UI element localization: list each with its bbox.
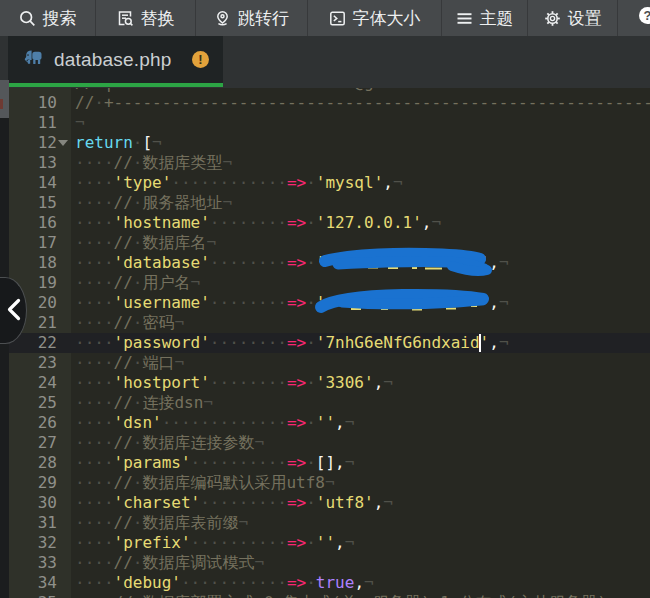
code-line-text: ····//·数据库连接参数¬: [71, 433, 650, 453]
warning-badge[interactable]: !: [192, 51, 209, 68]
code-token-inv: ¬: [431, 213, 441, 232]
fold-arrow-icon[interactable]: [58, 140, 68, 146]
code-line[interactable]: 30····'charset'·········=>·'utf8',¬: [0, 493, 650, 513]
code-line[interactable]: 31····//·数据库表前缀¬: [0, 513, 650, 533]
line-number: 14: [0, 173, 71, 193]
code-token-plain: [],: [316, 453, 345, 472]
toolbar-button-settings[interactable]: 设置: [528, 0, 618, 36]
toolbar-button-goto-line[interactable]: 跳转行: [196, 0, 308, 36]
code-token-inv: ·: [94, 93, 104, 112]
code-token-str: 'mysql': [316, 173, 383, 192]
line-number: 24: [0, 373, 71, 393]
code-token-str: ': [480, 333, 490, 352]
code-token-str: 'charset': [114, 493, 201, 512]
code-token-com: //: [114, 273, 133, 292]
code-line[interactable]: 25····//·连接dsn¬: [0, 393, 650, 413]
code-line[interactable]: 11¬: [0, 113, 650, 133]
code-line[interactable]: 10//·+----------------------------------…: [0, 93, 650, 113]
code-token-inv: ····: [75, 373, 114, 392]
code-line[interactable]: 23····//·端口¬: [0, 353, 650, 373]
code-line[interactable]: 26····'dsn'·············=>·'',¬: [0, 413, 650, 433]
code-token-inv: ····: [75, 413, 114, 432]
code-token-op: =>: [287, 493, 306, 512]
code-line[interactable]: 35····//·数据库部署方式:0·集中式(单一服务器),1·分布式(主从服务…: [0, 593, 650, 598]
line-number: 30: [0, 493, 71, 513]
code-token-inv: ·: [133, 473, 143, 492]
code-token-inv: ····: [75, 533, 114, 552]
toolbar-help-area: ?: [618, 0, 650, 36]
code-token-op: =>: [287, 373, 306, 392]
code-line-text: ····'prefix'··········=>·'',¬: [71, 533, 650, 553]
code-token-inv: ¬: [203, 393, 213, 412]
tab-label: database.php: [54, 49, 172, 71]
code-token-com: 分布式(主从服务器): [460, 593, 607, 598]
code-token-inv: ¬: [607, 593, 617, 598]
code-token-inv: ····: [75, 173, 114, 192]
code-token-inv: ¬: [345, 533, 355, 552]
code-token-com: 数据库调试模式: [142, 553, 254, 572]
code-line[interactable]: 14····'type'············=>·'mysql',¬: [0, 173, 650, 193]
code-token-inv: ····: [75, 473, 114, 492]
code-token-plain: ,: [335, 533, 345, 552]
code-token-com: //: [114, 593, 133, 598]
code-token-inv: ········: [210, 253, 287, 272]
code-line[interactable]: 24····'hostport'········=>·'3306',¬: [0, 373, 650, 393]
toolbar-button-font-size[interactable]: 字体大小: [308, 0, 442, 36]
map-pin-icon: [214, 10, 231, 27]
code-line[interactable]: 28····'params'··········=>·[],¬: [0, 453, 650, 473]
code-editor[interactable]: 9// | Author: liu21st <liu21st@gmail.com…: [0, 88, 650, 598]
code-token-str: '3306': [316, 373, 374, 392]
chevron-left-icon: [0, 330, 27, 349]
code-line[interactable]: 27····//·数据库连接参数¬: [0, 433, 650, 453]
code-token-inv: ····: [75, 253, 114, 272]
search-icon: [19, 10, 36, 27]
tab-database-php[interactable]: database.php !: [8, 36, 223, 83]
code-line[interactable]: 13····//·数据库类型¬: [0, 153, 650, 173]
code-token-inv: ····: [75, 573, 114, 592]
code-line[interactable]: 16····'hostname'········=>·'127.0.0.1',¬: [0, 213, 650, 233]
line-number: 31: [0, 513, 71, 533]
code-line[interactable]: 15····//·服务器地址¬: [0, 193, 650, 213]
code-token-inv: ¬: [254, 553, 264, 572]
code-line[interactable]: 22····'password'········=>·'7nhG6eNfG6nd…: [0, 333, 650, 353]
code-token-inv: ·: [306, 173, 316, 192]
code-line[interactable]: 32····'prefix'··········=>·'',¬: [0, 533, 650, 553]
toolbar-button-replace[interactable]: 替换: [96, 0, 196, 36]
code-token-inv: ¬: [152, 133, 162, 152]
code-token-com: //: [114, 193, 133, 212]
code-token-inv: ····: [75, 393, 114, 412]
code-token-inv: ····: [75, 213, 114, 232]
code-token-com: //: [114, 473, 133, 492]
drawer-handle[interactable]: [0, 277, 27, 344]
code-token-inv: ·: [133, 313, 143, 332]
code-token-inv: ¬: [206, 233, 216, 252]
code-token-com: 连接dsn: [142, 393, 203, 412]
toolbar-button-search[interactable]: 搜索: [0, 0, 96, 36]
code-line-text: ····'type'············=>·'mysql',¬: [71, 173, 650, 193]
code-token-op: =>: [287, 293, 306, 312]
code-token-inv: ¬: [345, 413, 355, 432]
code-token-inv: ¬: [460, 88, 470, 92]
toolbar-button-label: 搜索: [43, 7, 77, 30]
toolbar-button-theme[interactable]: 主题: [442, 0, 528, 36]
php-elephant-icon: [22, 49, 43, 70]
code-line[interactable]: 33····//·数据库调试模式¬: [0, 553, 650, 573]
code-token-str: 'hostname': [114, 213, 210, 232]
code-token-str: 'params': [114, 453, 191, 472]
code-token-inv: ····: [75, 233, 114, 252]
code-line[interactable]: 34····'debug'···········=>·true,¬: [0, 573, 650, 593]
code-token-inv: ·: [306, 413, 316, 432]
code-token-inv: ·: [306, 573, 316, 592]
code-token-inv: ····: [75, 193, 114, 212]
line-number: 15: [0, 193, 71, 213]
code-token-inv: ¬: [325, 473, 335, 492]
code-token-com: 端口: [142, 353, 174, 372]
help-button[interactable]: ?: [639, 7, 650, 24]
code-line[interactable]: 12return·[¬: [0, 133, 650, 153]
code-token-inv: ····: [75, 313, 114, 332]
line-number: 10: [0, 93, 71, 113]
code-token-com: //: [114, 233, 133, 252]
code-token-inv: ·: [274, 593, 284, 598]
line-number: 11: [0, 113, 71, 133]
code-line[interactable]: 29····//·数据库编码默认采用utf8¬: [0, 473, 650, 493]
